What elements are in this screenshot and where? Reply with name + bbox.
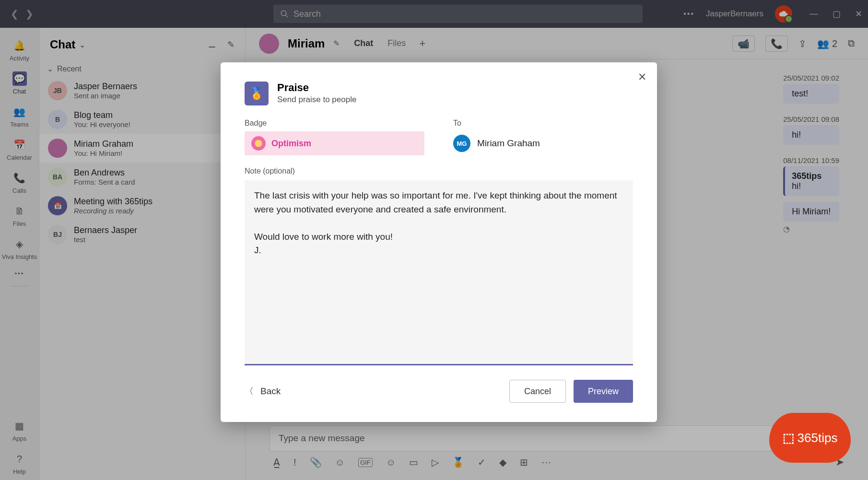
modal-subtitle: Send praise to people (277, 95, 356, 105)
badge-name: Optimism (271, 139, 311, 149)
preview-button[interactable]: Preview (574, 380, 633, 403)
cancel-button[interactable]: Cancel (509, 380, 566, 403)
office-icon: ⬚ (783, 431, 795, 445)
modal-title: Praise (277, 82, 356, 94)
recipient-chip[interactable]: MG Miriam Graham (453, 131, 633, 155)
recipient-avatar: MG (453, 135, 470, 152)
back-button[interactable]: 〈 Back (245, 385, 281, 398)
modal-close-button[interactable]: ✕ (638, 71, 646, 83)
badge-selector[interactable]: Optimism (245, 131, 424, 155)
tips-badge: ⬚ 365tips (769, 413, 851, 463)
back-label: Back (260, 386, 281, 397)
note-textarea[interactable] (245, 180, 633, 365)
praise-badge-icon: 🏅 (245, 82, 269, 105)
chevron-left-icon: 〈 (245, 385, 254, 398)
to-field-label: To (453, 119, 633, 128)
recipient-name: Miriam Graham (477, 138, 540, 149)
badge-field: Badge Optimism (245, 119, 424, 155)
to-field: To MG Miriam Graham (453, 119, 633, 155)
modal-header: 🏅 Praise Send praise to people (245, 82, 633, 105)
optimism-badge-icon (251, 136, 266, 151)
praise-modal: ✕ 🏅 Praise Send praise to people Badge O… (221, 62, 657, 422)
note-label: Note (optional) (245, 167, 633, 176)
badge-field-label: Badge (245, 119, 424, 128)
tips-badge-label: 365tips (798, 431, 838, 445)
modal-footer: 〈 Back Cancel Preview (245, 365, 633, 403)
